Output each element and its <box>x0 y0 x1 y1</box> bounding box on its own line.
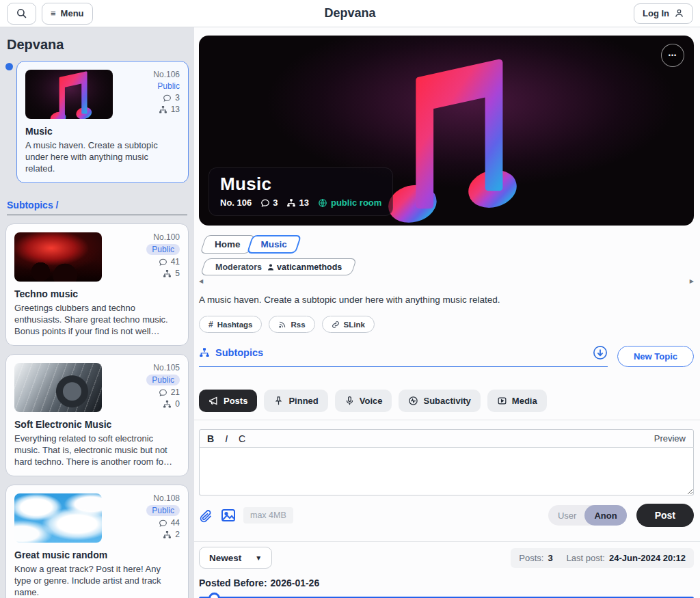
preview-button[interactable]: Preview <box>654 433 686 444</box>
tab-media[interactable]: Media <box>487 390 547 412</box>
activity-icon <box>408 396 418 406</box>
topic-number: No.100 <box>153 232 180 242</box>
visibility-badge: Public <box>157 81 180 91</box>
topic-card-description: A music haven. Create a subtopic under h… <box>25 139 180 174</box>
topic-card-music[interactable]: No.106 Public 3 <box>16 61 189 183</box>
scroll-left-arrow-icon[interactable]: ◀ <box>199 278 203 284</box>
megaphone-icon <box>208 396 219 406</box>
last-post-label: Last post: <box>567 553 605 563</box>
comment-count: 44 <box>159 518 180 528</box>
hero-options-button[interactable]: ••• <box>661 44 684 67</box>
rss-button[interactable]: Rss <box>269 316 314 333</box>
tree-icon <box>286 198 296 208</box>
tab-pinned[interactable]: Pinned <box>264 390 327 412</box>
toggle-user-option[interactable]: User <box>548 511 584 521</box>
media-play-icon <box>497 396 507 406</box>
code-button[interactable]: C <box>239 433 245 444</box>
comment-icon <box>163 94 172 103</box>
hash-icon: # <box>208 320 213 329</box>
ellipsis-icon: ••• <box>669 52 677 59</box>
topic-number: No.106 <box>153 70 180 79</box>
content-tabs: Posts Pinned Voice Subactivity <box>199 390 694 412</box>
menu-button[interactable]: ≡ Menu <box>42 3 93 25</box>
rss-icon <box>278 321 286 329</box>
comment-count: 3 <box>163 93 180 103</box>
hero-topic-title: Music <box>220 174 381 195</box>
active-topic-indicator <box>5 63 13 70</box>
attach-image-button[interactable] <box>220 507 237 524</box>
pin-icon <box>273 396 284 406</box>
topic-card-description: Everything related to soft electronic mu… <box>14 433 180 467</box>
post-button[interactable]: Post <box>636 504 694 527</box>
tree-icon <box>199 347 210 358</box>
subtopic-count: 13 <box>159 105 180 114</box>
topic-card-description: Greetings clubbers and techno enthusiast… <box>14 302 180 337</box>
posted-before-value: 2026-01-26 <box>271 577 320 588</box>
tab-subactivity[interactable]: Subactivity <box>399 390 480 412</box>
techno-club-thumbnail <box>14 232 102 282</box>
slink-button[interactable]: SLink <box>322 316 375 333</box>
identity-toggle: User Anon <box>548 505 627 526</box>
post-editor-textarea[interactable] <box>199 448 694 495</box>
posts-count: 3 <box>548 553 552 563</box>
new-topic-button[interactable]: New Topic <box>617 346 694 367</box>
login-button[interactable]: Log In <box>634 3 693 24</box>
moderator-name[interactable]: vaticanmethods <box>267 262 342 272</box>
topic-hero-banner: ••• Music No. 106 3 <box>199 36 694 226</box>
posted-before-label: Posted Before: 2026-01-26 <box>199 577 694 588</box>
toggle-anon-option[interactable]: Anon <box>584 505 626 526</box>
person-icon <box>267 263 275 271</box>
hero-topic-number: No. 106 <box>220 198 252 208</box>
globe-icon <box>318 198 327 208</box>
topic-card-soft-electronic[interactable]: No.105 Public 21 <box>5 354 189 476</box>
comment-icon <box>159 519 167 528</box>
collapse-down-icon[interactable] <box>593 345 608 360</box>
hero-info-panel: Music No. 106 3 <box>208 167 393 216</box>
topic-card-techno[interactable]: No.100 Public 41 <box>5 223 189 346</box>
comment-count: 21 <box>159 388 180 397</box>
app-title: Depvana <box>0 6 700 21</box>
tree-icon <box>163 530 172 539</box>
section-divider <box>194 541 700 542</box>
visibility-badge: Public <box>146 375 180 385</box>
breadcrumb-current[interactable]: Music <box>250 235 299 254</box>
moderators-label: Moderators <box>215 262 262 272</box>
menu-label: Menu <box>61 8 84 18</box>
bold-button[interactable]: B <box>207 433 214 444</box>
hero-comment-count: 3 <box>260 198 278 208</box>
sky-clouds-thumbnail <box>14 493 102 543</box>
tab-voice[interactable]: Voice <box>335 390 392 412</box>
search-icon <box>16 8 27 19</box>
tree-icon <box>163 269 172 278</box>
breadcrumb: Home Music <box>199 235 694 254</box>
sidebar-subtopics-link[interactable]: Subtopics / <box>7 200 187 215</box>
microphone-icon <box>345 396 355 406</box>
moderators-pill[interactable]: Moderators vaticanmethods <box>203 258 354 275</box>
sort-dropdown[interactable]: Newest ▼ <box>199 547 272 569</box>
link-icon <box>332 321 340 329</box>
editor-toolbar: B I C Preview <box>199 429 694 448</box>
topic-card-description: Know a great track? Post it here! Any ty… <box>14 563 180 598</box>
visibility-badge: Public <box>146 505 180 516</box>
sidebar-title: Depvana <box>7 37 189 53</box>
search-button[interactable] <box>7 3 36 25</box>
paperclip-icon <box>199 508 213 523</box>
public-room-badge: public room <box>318 198 381 208</box>
tree-icon <box>159 105 167 114</box>
comment-icon <box>159 388 167 397</box>
comment-icon <box>159 258 167 267</box>
attach-file-button[interactable] <box>199 508 213 523</box>
hashtags-button[interactable]: # Hashtags <box>199 316 262 333</box>
posted-before-slider[interactable] <box>199 591 694 598</box>
subtopics-section-header: Subtopics <box>199 345 608 367</box>
topic-card-title: Music <box>25 126 180 137</box>
person-icon <box>674 8 684 18</box>
tree-icon <box>163 400 172 409</box>
breadcrumb-home[interactable]: Home <box>203 235 252 254</box>
topic-card-great-music[interactable]: No.108 Public 44 <box>5 485 189 598</box>
hero-subtopic-count: 13 <box>286 198 308 208</box>
tab-posts[interactable]: Posts <box>199 390 257 412</box>
topic-number: No.105 <box>153 363 180 372</box>
scroll-right-arrow-icon[interactable]: ▶ <box>690 278 694 284</box>
italic-button[interactable]: I <box>225 433 228 444</box>
